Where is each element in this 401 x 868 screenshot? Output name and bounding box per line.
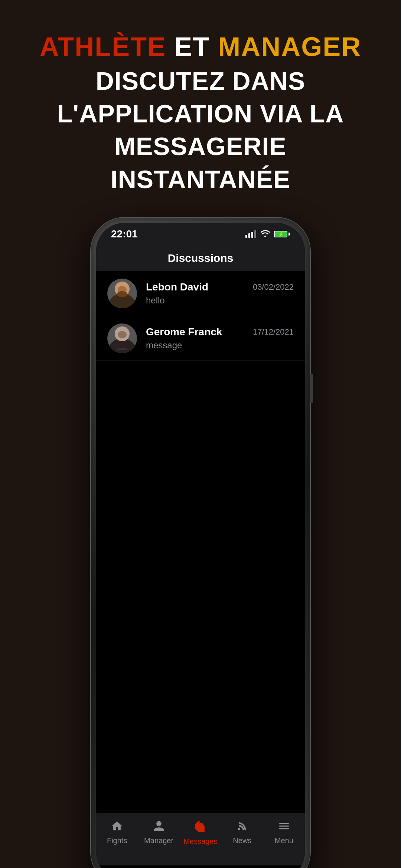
nav-title: Discussions — [168, 252, 234, 264]
tab-menu[interactable]: Menu — [265, 820, 303, 845]
chat-preview-lebon: hello — [146, 295, 294, 306]
status-time: 22:01 — [111, 228, 138, 240]
tab-fights[interactable]: Fights — [98, 820, 136, 845]
tab-fights-label: Fights — [107, 836, 127, 845]
header-line2: DISCUTEZ DANS L'APPLICATION VIA LA — [30, 65, 371, 130]
phone-outer-frame: 22:01 — [91, 218, 310, 868]
battery-icon: ⚡ — [274, 231, 290, 237]
chat-preview-gerome: message — [146, 340, 294, 351]
signal-icon — [245, 230, 256, 238]
chat-info-gerome: Gerome Franck 17/12/2021 message — [146, 326, 294, 351]
tab-news-label: News — [233, 836, 251, 845]
avatar-gerome — [107, 323, 137, 353]
manager-label: MANAGER — [218, 32, 361, 62]
nav-header: Discussions — [96, 245, 305, 271]
chat-list: Lebon David 03/02/2022 hello — [96, 271, 305, 813]
phone-screen: 22:01 — [96, 223, 305, 868]
person-icon — [153, 820, 165, 834]
chat-icon — [194, 820, 207, 835]
chat-top-row-lebon: Lebon David 03/02/2022 — [146, 281, 294, 293]
header-line3: MESSAGERIE INSTANTANÉE — [30, 130, 371, 195]
tab-manager[interactable]: Manager — [140, 820, 177, 845]
header-line1: ATHLÈTE ET MANAGER — [30, 30, 371, 65]
svg-point-3 — [117, 291, 127, 297]
wifi-icon — [260, 229, 270, 239]
tab-news[interactable]: News — [224, 820, 261, 845]
chat-date-gerome: 17/12/2021 — [253, 327, 294, 337]
chat-info-lebon: Lebon David 03/02/2022 hello — [146, 281, 294, 306]
avatar-lebon — [107, 279, 137, 308]
et-label: ET — [166, 32, 218, 62]
status-bar: 22:01 — [96, 223, 305, 245]
svg-point-6 — [118, 331, 127, 338]
athlete-label: ATHLÈTE — [40, 32, 166, 62]
tab-manager-label: Manager — [144, 836, 173, 845]
tab-menu-label: Menu — [275, 836, 293, 845]
rss-icon — [236, 820, 248, 834]
chat-item-gerome[interactable]: Gerome Franck 17/12/2021 message — [96, 316, 305, 361]
chat-date-lebon: 03/02/2022 — [253, 282, 294, 292]
header-section: ATHLÈTE ET MANAGER DISCUTEZ DANS L'APPLI… — [0, 30, 401, 195]
status-icons: ⚡ — [245, 229, 290, 239]
tab-bar: Fights Manager — [96, 813, 305, 865]
chat-name-gerome: Gerome Franck — [146, 326, 222, 338]
home-icon — [111, 820, 123, 834]
tab-messages[interactable]: Messages — [182, 820, 219, 846]
chat-top-row-gerome: Gerome Franck 17/12/2021 — [146, 326, 294, 338]
chat-item-lebon[interactable]: Lebon David 03/02/2022 hello — [96, 271, 305, 316]
home-indicator — [96, 865, 305, 868]
tab-messages-label: Messages — [183, 837, 217, 846]
phone-mockup: 22:01 — [91, 218, 310, 868]
menu-icon — [278, 820, 290, 834]
chat-name-lebon: Lebon David — [146, 281, 208, 293]
